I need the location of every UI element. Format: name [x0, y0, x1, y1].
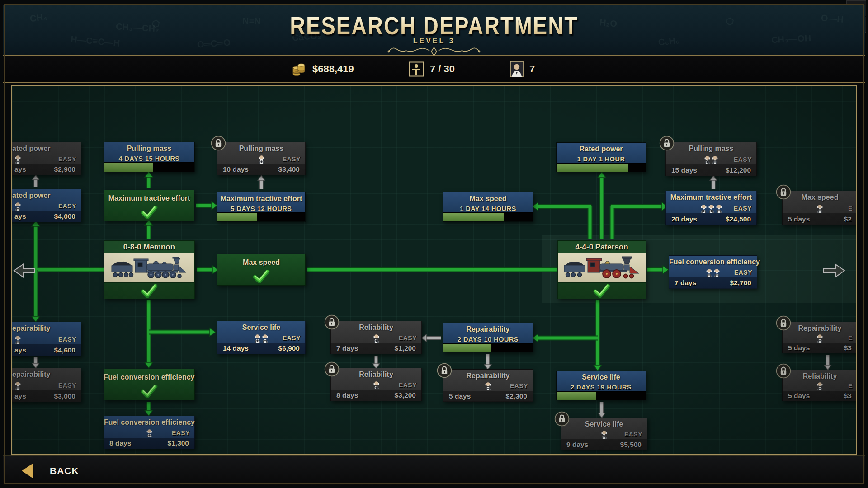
scroll-right-button[interactable]: [823, 263, 845, 279]
duration-value: 10 days: [223, 165, 249, 174]
difficulty-badge: EASY: [58, 155, 76, 163]
cost-value: $3,200: [395, 391, 416, 399]
duration-value: 15 days: [671, 166, 697, 174]
lock-badge: [324, 361, 340, 379]
research-title: Repairability: [783, 322, 857, 333]
research-node-pulling-mass[interactable]: Pulling massEASY10 days$3,400: [217, 142, 306, 175]
assigned-scientists: [704, 155, 718, 164]
duration-value: ays: [14, 212, 26, 221]
research-department-screen: CH₄H—C≡C—H⬡O═C═OCH₃—CH₂N≡NH₂OC₆H₆⬡CH₃—OH…: [0, 0, 868, 488]
research-node-fuel-conversion-efficiency[interactable]: Fuel conversion efficiencyEASY7 days$2,7…: [669, 255, 757, 289]
research-node-service-life[interactable]: Service lifeEASY9 days$5,500: [561, 418, 647, 450]
scientist-icon: [146, 428, 153, 437]
research-node-service-life[interactable]: Service life2 DAYS 19 HOURS: [556, 371, 646, 400]
research-node-repairability[interactable]: RepairabilityEASYays$4,600: [11, 322, 81, 356]
scientist-icon: [708, 204, 715, 213]
checkmark-icon: [253, 270, 270, 283]
lock-icon: [776, 363, 791, 379]
back-label: BACK: [50, 465, 79, 476]
scroll-left-button[interactable]: [13, 263, 36, 279]
research-node-4-4-0-paterson[interactable]: 4-4-0 Paterson: [557, 240, 646, 299]
locomotive-image: [561, 256, 642, 280]
progress-bar: [443, 212, 533, 221]
scientist-icon: [14, 155, 21, 164]
difficulty-badge: EASY: [734, 156, 752, 163]
scientist-icon: [373, 333, 380, 343]
scientist-icon: [706, 268, 712, 277]
lock-icon: [554, 411, 570, 427]
cost-value: $1,200: [395, 344, 416, 352]
research-node-rated-power[interactable]: Rated powerEASYays$4,000: [11, 189, 81, 222]
coins-icon: [291, 62, 307, 76]
research-node-max-speed[interactable]: Max speedE5 days$2: [782, 191, 857, 225]
chalk-formula: C₆H₆: [658, 35, 680, 48]
research-node-reliability[interactable]: ReliabilityEASY8 days$3,200: [330, 368, 422, 401]
research-node-max-speed[interactable]: Max speed: [217, 254, 306, 286]
cost-value: $2: [844, 215, 852, 223]
research-node-rated-power[interactable]: Rated powerEASYays$2,900: [11, 142, 81, 175]
duration-value: 9 days: [566, 441, 588, 449]
scientist-icon: [700, 204, 707, 213]
progress-bar: [557, 391, 646, 400]
research-title: Service life: [561, 418, 647, 429]
money-value: $688,419: [312, 63, 354, 75]
research-node-0-8-0-memnon[interactable]: 0-8-0 Memnon: [104, 240, 195, 299]
research-node-repairability[interactable]: Repairability2 DAYS 10 HOURS: [443, 323, 533, 352]
scientist-icon: [713, 268, 720, 277]
difficulty-badge: E: [848, 205, 853, 212]
scientist-icon: [712, 155, 718, 164]
duration-value: 20 days: [671, 215, 697, 223]
research-node-service-life[interactable]: Service lifeEASY14 days$6,900: [217, 321, 306, 354]
research-node-pulling-mass[interactable]: Pulling massEASY15 days$12,200: [665, 142, 757, 176]
research-title: Fuel conversion efficiency: [104, 416, 194, 428]
research-node-fuel-conversion-efficiency[interactable]: Fuel conversion efficiencyEASY8 days$1,3…: [104, 416, 195, 449]
research-node-reliability[interactable]: ReliabilityEASY7 days$1,200: [330, 321, 422, 354]
cost-value: $4,600: [54, 346, 75, 354]
research-node-rated-power[interactable]: Rated power1 DAY 1 HOUR: [556, 142, 646, 172]
cost-value: $3: [844, 392, 852, 400]
lock-badge: [437, 363, 452, 380]
lock-badge: [776, 184, 791, 202]
lock-badge: [776, 363, 791, 380]
research-node-repairability[interactable]: RepairabilityEASY5 days$2,300: [443, 369, 533, 402]
research-node-repairability[interactable]: RepairabilityE5 days$3: [782, 322, 857, 353]
duration-value: 5 days: [788, 344, 810, 352]
cost-value: $24,500: [726, 215, 751, 223]
research-node-maximum-tractive-effort[interactable]: Maximum tractive effortEASY20 days$24,50…: [665, 191, 757, 225]
duration-value: 5 days: [788, 215, 810, 223]
research-node-maximum-tractive-effort[interactable]: Maximum tractive effort5 DAYS 12 HOURS: [217, 192, 306, 222]
locomotive-image-band: [104, 253, 194, 283]
cost-value: $4,000: [54, 212, 75, 221]
research-node-repairability[interactable]: RepairabilityEASYays$3,000: [11, 368, 81, 402]
time-remaining: 1 DAY 1 HOUR: [557, 155, 646, 163]
difficulty-badge: EASY: [734, 269, 752, 276]
research-node-max-speed[interactable]: Max speed1 DAY 14 HOURS: [443, 192, 533, 222]
progress-fill: [217, 213, 257, 221]
scroll-right-arrow-icon: [823, 263, 845, 279]
lock-icon: [776, 184, 791, 200]
research-node-reliability[interactable]: ReliabilityE5 days$3: [782, 370, 857, 401]
research-title: Pulling mass: [104, 142, 194, 155]
assigned-scientists: [373, 333, 380, 343]
assigned-scientists: [14, 155, 21, 164]
lock-icon: [324, 361, 340, 377]
back-button[interactable]: BACK: [22, 456, 79, 486]
staff-display: 7 / 30: [409, 61, 455, 77]
duration-value: 8 days: [109, 439, 131, 447]
chalk-formula: O—H: [821, 13, 844, 24]
research-node-maximum-tractive-effort[interactable]: Maximum tractive effort: [104, 190, 194, 221]
research-node-fuel-conversion-efficiency[interactable]: Fuel conversion efficiency: [104, 369, 195, 400]
assigned-scientists: [706, 268, 720, 277]
research-title: Rated power: [11, 142, 81, 154]
time-remaining: 2 DAYS 10 HOURS: [443, 336, 533, 343]
chalk-formula: CH₃—OH: [771, 33, 811, 46]
research-node-pulling-mass[interactable]: Pulling mass4 DAYS 15 HOURS: [104, 142, 195, 172]
difficulty-badge: EASY: [283, 155, 301, 163]
checkmark-icon: [141, 206, 158, 219]
staff-value: 7 / 30: [430, 63, 455, 75]
scientist-icon: [14, 335, 21, 344]
time-remaining: 4 DAYS 15 HOURS: [104, 155, 194, 162]
lock-icon: [211, 136, 226, 151]
progress-bar: [443, 343, 533, 352]
difficulty-badge: EASY: [58, 382, 76, 389]
